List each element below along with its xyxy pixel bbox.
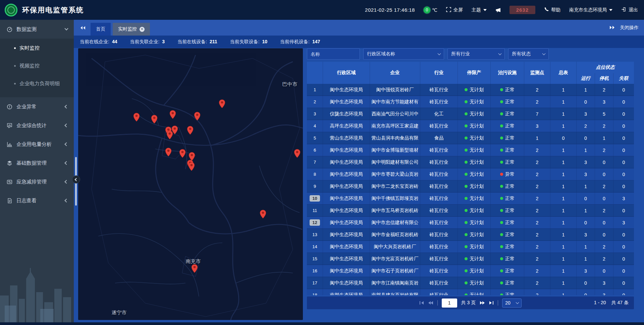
- cell-region: 阆中生态环境局: [323, 156, 370, 168]
- status-dot-icon: [465, 112, 468, 115]
- table-row[interactable]: 10 阆中生态环境局 阆中千佛镇五郎垭页岩 砖瓦行业 无计划 正常 2 1 0 …: [307, 193, 634, 205]
- tab[interactable]: 实时监控 ✕: [113, 23, 150, 36]
- table-row[interactable]: 14 阆中生态环境局 阆中大兴页岩机砖厂 砖瓦行业 无计划 正常 2 1 1 2…: [307, 241, 634, 253]
- page-size-select[interactable]: 20: [502, 299, 522, 308]
- page-number-input[interactable]: [442, 299, 457, 308]
- map-pin[interactable]: [151, 115, 158, 125]
- tab[interactable]: 首页: [91, 23, 111, 36]
- table-row[interactable]: 4 高坪生态环境局 南充市高坪区王家店建 砖瓦行业 无计划 正常 3 1 2 2…: [307, 120, 634, 132]
- status-dot-icon: [500, 161, 503, 164]
- sidebar-item[interactable]: 企业电力负荷明细: [0, 75, 74, 93]
- map-pin[interactable]: [188, 162, 195, 172]
- status-select[interactable]: 所有状态: [508, 48, 549, 60]
- first-page-button[interactable]: [419, 301, 424, 305]
- cell-treatment: 正常: [491, 96, 524, 108]
- table-row[interactable]: 5 营山生态环境局 营山县润丰肉食品有限 食品 无计划 正常 1 0 0 1 0: [307, 132, 634, 144]
- cell-lost: 3: [613, 193, 634, 204]
- cell-points: 2: [524, 168, 550, 180]
- cell-company: 南充市高坪区王家店建: [370, 120, 420, 132]
- cell-treatment: 正常: [491, 108, 524, 120]
- cell-company: 阆中市二龙长宝页岩砖: [370, 180, 420, 192]
- cell-points: 2: [524, 265, 550, 277]
- cell-production: 无计划: [458, 205, 491, 216]
- sidebar-group-header[interactable]: 应急减排管理: [0, 172, 74, 191]
- sidebar-group-header[interactable]: 企业综合统计: [0, 116, 74, 135]
- tab-close-icon[interactable]: ✕: [140, 27, 145, 32]
- industry-select[interactable]: 所有行业: [447, 48, 505, 60]
- cell-company: 阆中市南方节能建材有: [370, 96, 420, 108]
- name-input[interactable]: [311, 51, 356, 57]
- cell-index: 10: [307, 193, 323, 204]
- map-pin[interactable]: [260, 210, 266, 220]
- alarm-count-badge[interactable]: 2632: [509, 6, 535, 14]
- org-dropdown[interactable]: 南充市生态环境局: [569, 7, 612, 13]
- cell-production: 无计划: [458, 84, 491, 96]
- table-row[interactable]: 11 阆中生态环境局 阆中市五马桥页岩机砖 砖瓦行业 无计划 正常 2 1 1 …: [307, 205, 634, 217]
- cell-production: 无计划: [458, 144, 491, 156]
- sidebar-item[interactable]: 实时监控: [0, 39, 74, 57]
- sidebar-group-header[interactable]: 企业用电量分析: [0, 135, 74, 154]
- status-dot-icon: [500, 124, 503, 127]
- sidebar-group-header[interactable]: 企业异常: [0, 97, 74, 116]
- region-select[interactable]: 行政区域名称: [363, 48, 444, 60]
- map[interactable]: 巴中市南充市遂宁市: [78, 48, 303, 320]
- cell-index: 7: [307, 156, 323, 168]
- table-row[interactable]: 18 南部生态环境局 南部县建兴页岩砖有限 砖瓦行业 无计划 正常 2 1 0 …: [307, 289, 634, 295]
- tabs-forward-icon[interactable]: [609, 25, 615, 31]
- cell-company: 阆中千佛镇五郎垭页岩: [370, 193, 420, 204]
- logout-button[interactable]: 退出: [621, 7, 638, 13]
- map-pin[interactable]: [219, 99, 225, 109]
- table-row[interactable]: 16 阆中生态环境局 阆中市石子页岩机砖厂 砖瓦行业 无计划 正常 2 1 3 …: [307, 265, 634, 277]
- table-row[interactable]: 17 阆中生态环境局 阆中市江南镇阆南页岩 砖瓦行业 无计划 正常 2 1 0 …: [307, 277, 634, 289]
- close-operations-button[interactable]: 关闭操作: [620, 25, 639, 31]
- sidebar-collapse-button[interactable]: [72, 175, 80, 183]
- cell-treatment: 正常: [491, 120, 524, 132]
- sidebar-group-header[interactable]: 基础数据管理: [0, 154, 74, 172]
- tabs-back-icon[interactable]: [80, 26, 86, 30]
- cell-treatment: 正常: [491, 205, 524, 216]
- header-industry: 行业: [420, 62, 458, 84]
- table-row[interactable]: 3 仪陇生态环境局 西南油气田分公司川中 化工 无计划 正常 7 1 3 5 0: [307, 108, 634, 120]
- row-index: 7: [314, 160, 316, 165]
- name-filter-input[interactable]: [307, 48, 360, 60]
- prev-page-button[interactable]: [428, 301, 433, 305]
- cell-production: 无计划: [458, 108, 491, 120]
- map-pin[interactable]: [133, 113, 140, 123]
- theme-dropdown[interactable]: 主题: [472, 7, 487, 13]
- table-row[interactable]: 15 阆中生态环境局 阆中市光富页岩机砖厂 砖瓦行业 无计划 正常 2 1 1 …: [307, 253, 634, 265]
- sidebar-group-label: 日志查看: [16, 198, 61, 204]
- map-pin[interactable]: [165, 148, 172, 158]
- sidebar-group-header[interactable]: 数据监测: [0, 20, 74, 39]
- map-pin[interactable]: [294, 149, 301, 159]
- skyline-decoration: [0, 265, 74, 322]
- help-button[interactable]: 帮助: [544, 7, 560, 13]
- map-pin[interactable]: [187, 126, 194, 136]
- cell-industry: 砖瓦行业: [420, 168, 458, 180]
- app-logo-icon: [5, 4, 17, 16]
- map-pin[interactable]: [191, 264, 198, 274]
- footer-strip: [0, 322, 644, 325]
- table-row[interactable]: 7 阆中生态环境局 阆中明阳建材有限公司 砖瓦行业 无计划 正常 2 1 3 0…: [307, 156, 634, 168]
- table-row[interactable]: 8 阆中生态环境局 阆中市枣碧大梁山页岩 砖瓦行业 无计划 异常 2 1 3 0…: [307, 168, 634, 180]
- table-row[interactable]: 2 阆中生态环境局 阆中市南方节能建材有 砖瓦行业 无计划 正常 2 1 0 3…: [307, 96, 634, 108]
- cell-treatment: 正常: [491, 289, 524, 295]
- table-row[interactable]: 1 阆中生态环境局 阆中强锐页岩砖厂 砖瓦行业 无计划 正常 2 1 1 2 0: [307, 84, 634, 96]
- map-pin[interactable]: [166, 130, 173, 141]
- table-row[interactable]: 13 阆中生态环境局 阆中市金福旺页岩机砖 砖瓦行业 无计划 正常 2 1 3 …: [307, 229, 634, 241]
- sidebar-group-header[interactable]: 日志查看: [0, 191, 74, 210]
- row-index: 5: [314, 136, 316, 141]
- table-row[interactable]: 6 阆中生态环境局 阆中市金博瑞新型墙材 砖瓦行业 无计划 正常 2 1 1 2…: [307, 144, 634, 156]
- next-page-button[interactable]: [480, 301, 485, 305]
- fullscreen-button[interactable]: 全屏: [446, 7, 463, 13]
- map-pin[interactable]: [179, 149, 186, 159]
- stat-item: 当前在线企业: 44: [80, 39, 117, 45]
- table-row[interactable]: 9 阆中生态环境局 阆中市二龙长宝页岩砖 砖瓦行业 无计划 正常 2 1 1 2…: [307, 180, 634, 193]
- last-page-button[interactable]: [489, 301, 494, 305]
- stat-label: 当前在线设备:: [177, 39, 207, 45]
- map-pin[interactable]: [169, 110, 176, 120]
- horn-icon[interactable]: [495, 8, 501, 12]
- table-row[interactable]: 12 阆中生态环境局 阆中市忠信建材有限公 砖瓦行业 无计划 正常 2 1 0 …: [307, 217, 634, 229]
- map-pin[interactable]: [194, 112, 201, 122]
- sidebar-item[interactable]: 视频监控: [0, 57, 74, 75]
- status-dot-icon: [500, 269, 503, 272]
